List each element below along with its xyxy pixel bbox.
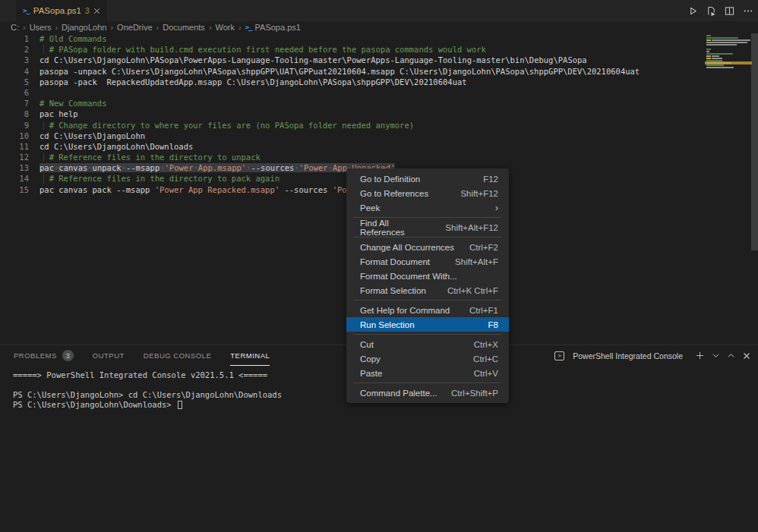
code-line-content: # New Commands [29,98,758,109]
split-editor-icon[interactable] [725,6,734,16]
maximize-panel-chevron-up-icon[interactable] [728,353,734,358]
close-panel-icon[interactable] [743,352,750,360]
code-line[interactable]: 3cd C:\Users\DjangoLohn\PASopa\PowerApps… [0,55,758,65]
minimap[interactable] [706,35,750,69]
menu-item-get-help-for-command[interactable]: Get Help for CommandCtrl+F1 [346,303,509,317]
selected-text: pac·canvas·unpack·--msapp·'Power·App.msa… [39,163,395,172]
menu-item-label: Cut [360,340,460,349]
menu-item-find-all-references[interactable]: Find All ReferencesShift+Alt+F12 [346,220,509,235]
code-line[interactable]: 9 # Change directory to where your files… [0,120,758,131]
menu-item-peek[interactable]: Peek› [346,200,509,215]
menu-item-format-selection[interactable]: Format SelectionCtrl+K Ctrl+F [346,283,509,297]
line-number[interactable]: 3 [0,55,29,65]
tab-pasopa-ps1[interactable]: >_ PASopa.ps1 3 [16,0,107,21]
menu-item-change-all-occurrences[interactable]: Change All OccurrencesCtrl+F2 [346,240,509,254]
line-number[interactable]: 13 [0,162,29,173]
code-line[interactable]: 10cd C:\Users\DjangoLohn [0,131,758,141]
menu-item-paste[interactable]: PasteCtrl+V [346,366,509,380]
menu-item-cut[interactable]: CutCtrl+X [346,337,509,351]
code-line-content: cd C:\Users\DjangoLohn\PASopa\PowerApps-… [29,55,758,65]
line-number[interactable]: 7 [0,98,29,109]
problems-count-badge: 3 [62,350,74,361]
menu-item-shortcut: Shift+F12 [460,189,498,198]
code-line[interactable]: 5pasopa -pack RepackedUpdatedApp.msapp C… [0,77,758,87]
line-number[interactable]: 2 [0,44,29,55]
menu-item-label: Format Selection [360,286,434,295]
code-line[interactable]: 7# New Commands [0,98,758,109]
minimap-line [706,53,750,55]
line-number[interactable]: 14 [0,173,29,184]
code-line-content: # PASopa folder with build.cmd execution… [29,44,758,55]
menu-item-shortcut: Ctrl+X [474,340,498,349]
panel-tab-label: TERMINAL [230,351,270,360]
editor-actions [688,0,753,21]
minimap-line [706,44,750,46]
tab-close-icon[interactable] [93,8,100,14]
code-line[interactable]: 4pasopa -unpack C:\Users\DjangoLohn\PASo… [0,66,758,77]
run-icon[interactable] [688,6,698,16]
line-number[interactable]: 6 [0,87,29,98]
breadcrumb-separator-icon: › [110,23,113,32]
line-number[interactable]: 12 [0,152,29,162]
line-number[interactable]: 8 [0,109,29,119]
menu-item-label: Go to References [360,189,447,198]
breadcrumb-item[interactable]: Users [30,23,52,32]
menu-item-label: Command Palette... [360,389,437,398]
line-number[interactable]: 1 [0,33,29,44]
run-active-file-icon[interactable] [706,6,716,16]
menu-item-format-document-with[interactable]: Format Document With... [346,269,509,283]
line-number[interactable]: 15 [0,184,29,195]
line-number[interactable]: 5 [0,77,29,87]
terminal-console-label[interactable]: PowerShell Integrated Console [573,351,683,360]
breadcrumb-item[interactable]: Documents [163,23,205,32]
menu-separator [354,237,501,238]
panel-tab-debug-console[interactable]: DEBUG CONSOLE [144,345,211,366]
code-line-content: cd C:\Users\DjangoLohn\Downloads [29,141,758,152]
code-line[interactable]: 6 [0,87,758,98]
menu-item-shortcut: Ctrl+F1 [469,306,498,315]
code-line[interactable]: 8pac help [0,109,758,119]
breadcrumb-item[interactable]: >_PASopa.ps1 [245,23,301,32]
panel-tab-terminal[interactable]: TERMINAL [230,345,270,366]
menu-item-shortcut: F12 [483,175,498,184]
code-line-content: # Change directory to where your files a… [29,120,758,131]
menu-item-go-to-definition[interactable]: Go to DefinitionF12 [346,172,509,186]
menu-item-format-document[interactable]: Format DocumentShift+Alt+F [346,254,509,269]
menu-item-shortcut: Shift+Alt+F12 [445,223,498,232]
breadcrumb-item[interactable]: Work [216,23,235,32]
menu-item-copy[interactable]: CopyCtrl+C [346,351,509,366]
more-actions-icon[interactable] [743,6,753,16]
menu-item-run-selection[interactable]: Run SelectionF8 [346,317,509,332]
vscode-window: >_ PASopa.ps1 3 C:›Users›DjangoLohn›OneD… [0,0,758,532]
panel-tab-problems[interactable]: PROBLEMS3 [14,345,74,366]
indent-guide [43,153,44,162]
code-line[interactable]: 11cd C:\Users\DjangoLohn\Downloads [0,141,758,152]
menu-item-label: Change All Occurrences [360,243,456,252]
new-terminal-icon[interactable] [696,351,704,360]
tab-bar: >_ PASopa.ps1 3 [0,0,758,21]
breadcrumb-item[interactable]: C: [11,23,19,32]
menu-item-go-to-references[interactable]: Go to ReferencesShift+F12 [346,186,509,200]
breadcrumb-item[interactable]: DjangoLohn [62,23,106,32]
code-line[interactable]: 12 # Reference files in the directory to… [0,152,758,162]
line-number[interactable]: 11 [0,141,29,152]
select-terminal-chevron-down-icon[interactable] [712,353,719,358]
code-line[interactable]: 2 # PASopa folder with build.cmd executi… [0,44,758,55]
code-line-content: pac help [29,109,758,119]
breadcrumb-separator-icon: › [238,23,242,32]
menu-item-shortcut: Ctrl+K Ctrl+F [447,286,498,295]
line-number[interactable]: 4 [0,66,29,77]
line-number[interactable]: 10 [0,131,29,141]
panel-tab-output[interactable]: OUTPUT [93,345,125,366]
menu-item-shortcut: Ctrl+F2 [469,243,498,252]
breadcrumb: C:›Users›DjangoLohn›OneDrive›Documents›W… [0,21,758,33]
code-line[interactable]: 1# Old Commands [0,33,758,44]
menu-item-command-palette[interactable]: Command Palette...Ctrl+Shift+P [346,386,509,400]
breadcrumb-separator-icon: › [23,23,26,32]
breadcrumb-item[interactable]: OneDrive [117,23,152,32]
panel-tab-label: OUTPUT [93,351,125,360]
line-number[interactable]: 9 [0,120,29,131]
editor-scrollbar[interactable] [751,33,758,250]
minimap-line [706,55,750,57]
indent-guide [43,45,44,54]
